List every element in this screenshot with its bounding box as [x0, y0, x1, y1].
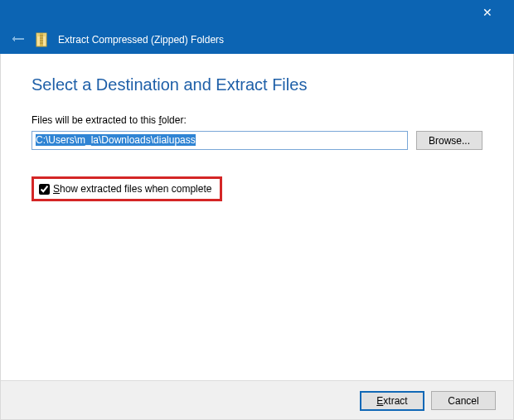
zip-folder-icon	[35, 31, 50, 49]
show-extracted-label[interactable]: Show extracted files when complete	[53, 183, 211, 195]
svg-rect-2	[40, 33, 43, 46]
page-heading: Select a Destination and Extract Files	[32, 75, 482, 94]
cancel-button[interactable]: Cancel	[431, 391, 496, 410]
extract-button[interactable]: Extract	[360, 391, 424, 411]
content-area: Select a Destination and Extract Files F…	[0, 54, 514, 380]
window-title: Extract Compressed (Zipped) Folders	[58, 34, 224, 46]
titlebar: ✕	[0, 0, 514, 25]
destination-input[interactable]: C:\Users\m_la\Downloads\dialupass	[32, 131, 408, 150]
close-icon[interactable]: ✕	[471, 0, 504, 25]
browse-button[interactable]: Browse...	[416, 131, 482, 150]
header-bar: 🠔 Extract Compressed (Zipped) Folders	[0, 25, 514, 54]
destination-row: C:\Users\m_la\Downloads\dialupass Browse…	[32, 131, 482, 150]
back-arrow-icon: 🠔	[12, 32, 27, 47]
destination-label: Files will be extracted to this folder:	[32, 114, 482, 126]
show-extracted-checkbox[interactable]	[39, 184, 50, 195]
footer: Extract Cancel	[0, 380, 514, 420]
show-extracted-checkbox-group: Show extracted files when complete	[32, 176, 222, 201]
